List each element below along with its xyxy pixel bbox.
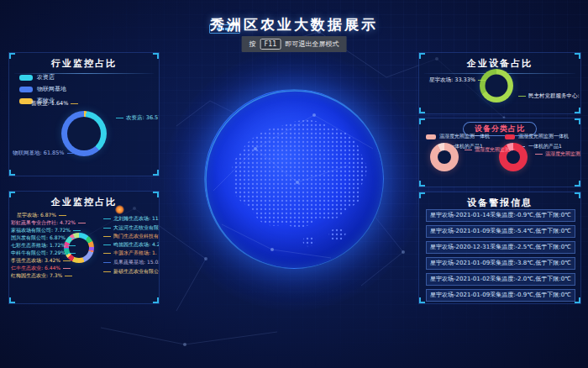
panel-corner xyxy=(153,53,159,59)
enterprise-label: 仁丰生态农业: 6.44% xyxy=(11,265,66,271)
enterprise-label: 国兴发有限公司: 6.87% xyxy=(11,235,66,240)
legend-label: 农资店 xyxy=(37,73,55,81)
label-xumuye: 畜牧业: 1.64% xyxy=(31,101,78,107)
panel-industry-monitor: 行业监控占比 农资店 物联网基地 畜牧业 畜牧业: 1.64% 农资店: 36.… xyxy=(8,52,160,176)
donut-hole xyxy=(486,75,508,97)
legend-item[interactable]: 温湿度光照监测一体机 xyxy=(505,133,569,140)
panel-corner xyxy=(419,53,425,59)
legend-item-wulianwang[interactable]: 物联网基地 xyxy=(19,85,66,93)
hint-prefix: 按 xyxy=(249,39,256,49)
enterprise-label: 家福农场有限公司: 7.72% xyxy=(11,228,66,233)
panel-corner xyxy=(575,53,580,59)
fullscreen-hint: 按 F11 即可退出全屏模式 xyxy=(242,36,347,52)
panel-device-classification: 设备分类占比 温湿度光照监测一体机 一体机的产品1 温湿度光照监测一体机 一体机… xyxy=(418,118,581,187)
enterprise-label: 星宇农场: 6.87% xyxy=(11,213,66,218)
enterprise-label: 彩虹蔬果专业合作社: 4.72% xyxy=(11,220,66,225)
f11-key: F11 xyxy=(260,39,281,50)
panel-corner xyxy=(575,192,580,198)
legend-item[interactable]: 温湿度光照监测一体机 xyxy=(426,133,490,140)
panel-corner xyxy=(575,118,580,124)
alarm-row: 星宇农场-2021-01-14采集温度:-0.9℃,低于下限:0℃ xyxy=(426,209,575,222)
donut-hole xyxy=(438,150,451,164)
panel-title: 设备警报信息 xyxy=(419,192,580,209)
panel-title: 行业监控占比 xyxy=(9,53,159,70)
legend-swatch-cyan xyxy=(19,75,33,81)
legend-item-nongzidian[interactable]: 农资店 xyxy=(19,73,66,81)
panel-corner xyxy=(575,181,580,187)
legend-swatch-red xyxy=(505,134,515,139)
panel-corner xyxy=(419,118,425,124)
equipment-donut-chart[interactable] xyxy=(480,69,513,103)
highlight-dot xyxy=(115,205,124,214)
panel-corner xyxy=(419,297,425,303)
label-xingyu-farm: 星宇农场: 33.33% xyxy=(429,77,486,83)
panel-alarm-info: 设备警报信息 星宇农场-2021-01-14采集温度:-0.9℃,低于下限:0℃… xyxy=(418,192,581,304)
legend-swatch-salmon xyxy=(426,134,436,139)
donut-hole xyxy=(69,238,89,258)
label-nongzidian: 农资店: 36.57% xyxy=(116,115,160,121)
enterprise-label: 陶门生态农业科技有限公 xyxy=(103,234,160,239)
panel-corner xyxy=(9,297,15,303)
panel-corner xyxy=(419,181,425,187)
enterprise-label: 新硕生态农业有限公司: 6.879 xyxy=(103,269,160,274)
panel-corner xyxy=(9,192,15,197)
hint-suffix: 即可退出全屏模式 xyxy=(285,39,339,49)
panel-corner xyxy=(575,297,580,303)
alarm-row: 星宇农场-2021-01-09采集温度:-0.9℃,低于下限:0℃ xyxy=(426,289,575,302)
panel-corner xyxy=(153,170,159,176)
panel-corner xyxy=(9,53,15,59)
globe xyxy=(204,89,384,269)
panel-equipment-ratio: 企业设备占比 星宇农场: 33.33% 民主村党群服务中心: xyxy=(418,52,581,114)
panel-enterprise-monitor: 企业监控占比 星宇农场: 6.87% 彩虹蔬果专业合作社: 4.72% 家福农场… xyxy=(8,191,160,304)
label-minzhu-center: 民主村党群服务中心: xyxy=(518,93,580,99)
enterprise-label: 七彩生态养殖场: 1.72% xyxy=(11,243,66,248)
panel-title: 企业监控占比 xyxy=(9,192,159,208)
panel-corner xyxy=(419,192,425,198)
page-title: 秀洲区农业大数据展示 xyxy=(0,15,588,34)
legend-label: 温湿度光照监测一体机 xyxy=(518,133,569,140)
label-wulianwang: 物联网基地: 61.85% xyxy=(13,150,75,156)
alarm-row: 星宇农场-2021-01-09采集温度:-5.4℃,低于下限:0℃ xyxy=(426,225,575,238)
legend-label: 物联网基地 xyxy=(37,85,66,93)
enterprise-label: 红梅园生态农业: 7.3% xyxy=(11,273,66,278)
enterprise-label: 鸣笛园生态农场: 4.299 xyxy=(103,242,160,247)
enterprise-label: 大运河生态牧业有限责任公 xyxy=(103,225,160,230)
panel-corner xyxy=(419,108,425,113)
alarm-row: 星宇农场-2021-01-02采集温度:-2.0℃,低于下限:0℃ xyxy=(426,273,575,286)
alarm-row: 星宇农场-2021-01-09采集温度:-3.8℃,低于下限:0℃ xyxy=(426,257,575,270)
panel-corner xyxy=(575,108,580,113)
enterprise-label: 丰源水产养殖场: 1. xyxy=(103,250,157,255)
globe-map xyxy=(205,90,384,269)
industry-donut-chart[interactable] xyxy=(61,111,107,156)
enterprise-label: 瓜果蔬菜基地: 15.02% xyxy=(103,260,160,265)
class-left-pointer-label: 温湿度光照监测一 xyxy=(465,146,515,154)
legend-swatch-blue xyxy=(19,87,33,92)
legend-label: 一体机的产品1 xyxy=(528,143,562,150)
donut-hole xyxy=(67,117,101,150)
legend-label: 温湿度光照监测一体机 xyxy=(439,133,490,140)
enterprise-label: 北刘姆生态农场: 11.56% xyxy=(103,216,160,221)
class-right-pointer-label: 温湿度光照监测一 xyxy=(535,150,581,158)
enterprise-label: 李强生态农场: 3.42% xyxy=(11,258,66,263)
enterprise-label: 中科牛有限公司: 7.29% xyxy=(11,250,66,255)
alarm-row: 星宇农场-2020-12-31采集温度:-2.5℃,低于下限:0℃ xyxy=(426,241,575,254)
panel-corner xyxy=(153,192,159,197)
dashboard: 秀洲区农业大数据展示 按 F11 即可退出全屏模式 行业监控占比 农资店 物联网… xyxy=(0,0,588,368)
panel-corner xyxy=(153,297,159,303)
panel-title: 企业设备占比 xyxy=(419,53,580,70)
class-left-donut-chart[interactable] xyxy=(430,143,459,171)
panel-corner xyxy=(9,170,15,176)
